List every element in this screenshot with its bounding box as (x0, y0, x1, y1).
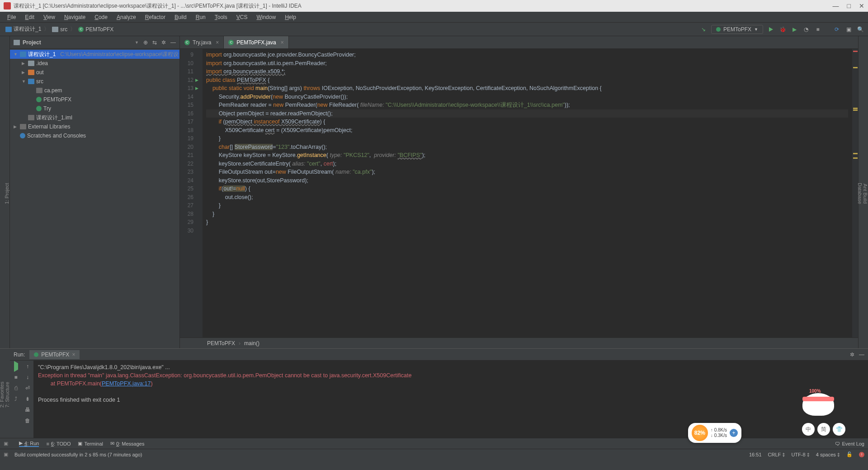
tree-node[interactable]: .idea (10, 59, 179, 68)
menu-vcs[interactable]: VCS (233, 13, 251, 21)
readonly-icon[interactable]: 🔓 (846, 451, 853, 457)
tree-node[interactable]: out (10, 68, 179, 77)
menu-refactor[interactable]: Refactor (142, 13, 169, 21)
menu-help[interactable]: Help (281, 13, 300, 21)
code-editor[interactable]: import org.bouncycastle.jce.provider.Bou… (203, 49, 852, 337)
ant-build-button[interactable]: Ant Build (863, 39, 868, 348)
console-output[interactable]: "C:\Program Files\Java\jdk1.8.0_202\bin\… (33, 361, 868, 438)
tree-node[interactable]: External Libraries (10, 122, 179, 131)
commit-button[interactable]: ▣ (844, 25, 853, 33)
scroll-icon[interactable]: ⇟ (25, 396, 30, 402)
stop-button[interactable]: ■ (14, 374, 17, 380)
stacktrace-link[interactable]: PEMToPFX.java:17 (102, 380, 151, 387)
expand-icon[interactable]: ⇆ (152, 39, 157, 46)
toolwindow-button[interactable]: ✉0: Messages (110, 440, 144, 447)
locate-icon[interactable]: ⊕ (143, 39, 148, 46)
mascot-btn-skin[interactable]: 👕 (833, 423, 845, 436)
breadcrumb-item[interactable]: 课程设计_1 (4, 25, 43, 33)
profile-button[interactable]: ◔ (802, 25, 810, 33)
tree-node[interactable]: ca.pem (10, 86, 179, 95)
gutter-run-icon[interactable]: ▶ (195, 76, 198, 85)
menu-window[interactable]: Window (253, 13, 279, 21)
settings-icon[interactable]: ✲ (161, 39, 166, 46)
run-config-dropdown[interactable]: PEMToPFX ▼ (711, 25, 763, 34)
statusbar-icon[interactable]: ▣ (4, 451, 8, 457)
stop-button[interactable]: ■ (814, 25, 822, 33)
mascot-btn-simp[interactable]: 简 (817, 423, 830, 436)
tree-arrow-icon[interactable] (14, 124, 18, 129)
coverage-button[interactable]: ▶ (790, 25, 798, 33)
run-tab[interactable]: PEMToPFX × (29, 350, 80, 359)
toolwindow-button[interactable]: ▣Terminal (78, 440, 103, 447)
editor-gutter[interactable]: 9101112131415161718192021222324252627282… (180, 49, 203, 337)
print-icon[interactable]: 🖶 (25, 407, 30, 413)
tree-arrow-icon[interactable] (22, 61, 26, 66)
settings-icon[interactable]: ✲ (850, 351, 854, 358)
structure-tool-button[interactable]: 7: Structure (5, 351, 10, 438)
project-tool-button[interactable]: 1: Project (4, 39, 9, 348)
toolwindow-button[interactable]: ≡6: TODO (46, 440, 71, 447)
minimize-panel-icon[interactable]: — (859, 351, 864, 358)
editor-tab[interactable]: CTry.java× (180, 36, 224, 48)
minimize-button[interactable]: — (833, 2, 839, 9)
tree-node[interactable]: 课程设计_1C:\Users\Administrator\eclipse-wor… (10, 50, 179, 59)
menu-navigate[interactable]: Navigate (61, 13, 89, 21)
menu-tools[interactable]: Tools (211, 13, 231, 21)
clear-icon[interactable]: 🗑 (25, 418, 30, 424)
debug-button[interactable]: 🐞 (778, 25, 787, 33)
breadcrumb-class[interactable]: PEMToPFX (207, 340, 235, 347)
rerun-button[interactable] (14, 363, 18, 370)
breadcrumb-method[interactable]: main() (244, 340, 259, 347)
menu-file[interactable]: File (4, 13, 19, 21)
wrap-icon[interactable]: ⏎ (25, 385, 30, 391)
project-tree[interactable]: 课程设计_1C:\Users\Administrator\eclipse-wor… (10, 49, 179, 348)
close-icon[interactable]: × (216, 39, 219, 46)
desktop-mascot[interactable]: 100% (796, 389, 841, 425)
editor-tab[interactable]: CPEMToPFX.java× (224, 36, 288, 48)
network-monitor-widget[interactable]: 82% ↑ 0.8K/s ↓ 0.3K/s + (688, 423, 741, 443)
error-indicator[interactable]: ! (859, 452, 864, 457)
caret-position[interactable]: 16:51 (749, 452, 762, 457)
line-separator[interactable]: CRLF ‡ (768, 452, 785, 457)
breadcrumb-item[interactable]: src (50, 26, 69, 33)
down-icon[interactable]: ↓ (26, 374, 29, 380)
run-button[interactable] (767, 25, 775, 33)
maximize-button[interactable]: □ (847, 2, 851, 9)
close-button[interactable]: ✕ (859, 2, 864, 9)
exit-button[interactable]: ⤴ (14, 396, 17, 402)
error-stripe[interactable] (852, 49, 858, 337)
tree-node[interactable]: src (10, 77, 179, 86)
favorites-tool-button[interactable]: 2: Favorites (0, 351, 5, 438)
mascot-btn-lang[interactable]: 中 (802, 423, 815, 436)
quick-access-icon[interactable]: ▣ (4, 441, 12, 446)
menu-run[interactable]: Run (192, 13, 209, 21)
tree-arrow-icon[interactable] (14, 52, 18, 57)
event-log-button[interactable]: 🗨 Event Log (835, 441, 864, 446)
tree-arrow-icon[interactable] (22, 79, 26, 84)
menu-build[interactable]: Build (171, 13, 190, 21)
plus-icon[interactable]: + (730, 429, 738, 437)
tree-node[interactable]: 课程设计_1.iml (10, 113, 179, 122)
tree-node[interactable]: PEMToPFX (10, 95, 179, 104)
gutter-run-icon[interactable]: ▶ (195, 84, 198, 93)
tree-node[interactable]: Scratches and Consoles (10, 131, 179, 140)
up-icon[interactable]: ↑ (26, 363, 29, 370)
close-icon[interactable]: × (72, 351, 75, 358)
menu-edit[interactable]: Edit (21, 13, 38, 21)
breadcrumb-item[interactable]: CPEMToPFX (76, 26, 115, 33)
minimize-panel-icon[interactable]: — (170, 39, 176, 46)
tree-node[interactable]: Try (10, 104, 179, 113)
search-everywhere-icon[interactable]: 🔍 (856, 25, 864, 33)
dump-button[interactable]: ⎙ (14, 385, 18, 391)
toolwindow-button[interactable]: ▶4: Run (19, 440, 39, 447)
update-button[interactable]: ⟳ (833, 25, 841, 33)
menu-analyze[interactable]: Analyze (113, 13, 140, 21)
close-icon[interactable]: × (281, 39, 284, 46)
build-icon[interactable]: ↘ (699, 25, 708, 33)
indent-indicator[interactable]: 4 spaces ‡ (816, 452, 840, 457)
file-encoding[interactable]: UTF-8 ‡ (791, 452, 809, 457)
menu-view[interactable]: View (40, 13, 59, 21)
menu-code[interactable]: Code (91, 13, 111, 21)
chevron-down-icon[interactable]: ▼ (135, 40, 139, 45)
tree-arrow-icon[interactable] (22, 70, 26, 75)
